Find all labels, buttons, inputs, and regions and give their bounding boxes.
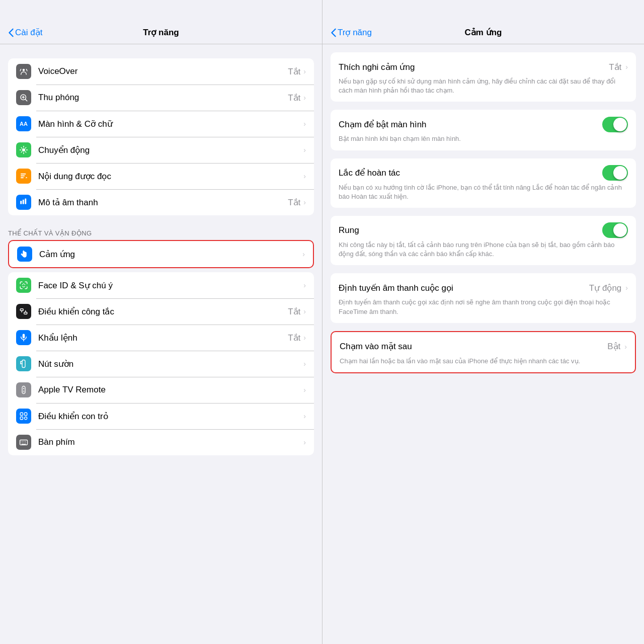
touch-chevron: ›	[302, 250, 305, 258]
spoken-icon	[16, 169, 31, 184]
svg-rect-10	[23, 200, 24, 204]
row-touch[interactable]: Cảm ứng ›	[9, 241, 313, 267]
tapwake-toggle[interactable]	[602, 117, 628, 132]
touch-card-highlighted: Cảm ứng ›	[8, 240, 314, 268]
faceid-icon	[16, 278, 31, 293]
row-tapwake[interactable]: Chạm để bật màn hình Bật màn hình khi bạ…	[331, 110, 636, 150]
row-display[interactable]: AA Màn hình & Cỡ chữ ›	[8, 111, 314, 137]
svg-rect-7	[21, 176, 25, 177]
vibration-desc: Khi công tắc này bị tắt, tất cả cảnh báo…	[339, 240, 628, 259]
right-nav-bar: Trợ năng Cảm ứng	[323, 0, 644, 44]
voiceover-value: Tắt	[288, 66, 300, 77]
svg-rect-11	[25, 199, 26, 204]
row-zoom[interactable]: Thu phóng Tắt ›	[8, 85, 314, 111]
svg-point-0	[23, 69, 25, 71]
pointer-icon	[16, 409, 31, 424]
right-panel: Trợ năng Cảm ứng Thích nghi cảm ứng Tắt …	[322, 0, 644, 644]
row-spoken[interactable]: Nội dung được đọc ›	[8, 163, 314, 189]
row-touchaccom[interactable]: Thích nghi cảm ứng Tắt › Nếu bạn gặp sự …	[331, 52, 636, 102]
left-content: VoiceOver Tắt › Thu phóng Tắt › AA	[0, 44, 322, 644]
audiodesc-value: Tắt	[288, 197, 300, 208]
sidebutton-icon	[16, 356, 31, 371]
vibration-toggle[interactable]	[602, 222, 628, 238]
callaudio-actions: Tự động ›	[589, 283, 628, 293]
row-voicectrl[interactable]: Khẩu lệnh Tắt ›	[8, 325, 314, 351]
audiodesc-chevron: ›	[303, 198, 306, 206]
voicectrl-label: Khẩu lệnh	[38, 333, 288, 343]
motion-chevron: ›	[303, 146, 306, 154]
row-keyboard[interactable]: Bàn phím ›	[8, 429, 314, 455]
row-faceid[interactable]: Face ID & Sự chú ý ›	[8, 272, 314, 298]
vibration-toggle-knob	[613, 223, 627, 237]
display-icon: AA	[16, 116, 31, 131]
motion-icon	[16, 142, 31, 157]
audiodesc-label: Mô tả âm thanh	[38, 197, 288, 208]
row-vibration[interactable]: Rung Khi công tắc này bị tắt, tất cả cản…	[331, 216, 636, 265]
callaudio-card: Định tuyến âm thanh cuộc gọi Tự động › Đ…	[331, 273, 636, 323]
shakeundo-toggle[interactable]	[602, 165, 628, 181]
svg-point-31	[25, 417, 27, 420]
backtouch-title: Chạm vào mặt sau	[340, 341, 412, 352]
voicectrl-value: Tắt	[288, 333, 300, 343]
row-audiodesc[interactable]: Mô tả âm thanh Tắt ›	[8, 189, 314, 215]
svg-rect-30	[20, 417, 23, 420]
left-panel: Cài đặt Trợ năng VoiceOver Tắt ›	[0, 0, 322, 644]
left-group-1: VoiceOver Tắt › Thu phóng Tắt › AA	[0, 58, 322, 215]
voiceover-icon	[16, 64, 31, 79]
vibration-card: Rung Khi công tắc này bị tắt, tất cả cản…	[331, 216, 636, 265]
left-card-1: VoiceOver Tắt › Thu phóng Tắt › AA	[8, 58, 314, 215]
row-motion[interactable]: Chuyển động ›	[8, 137, 314, 163]
display-label: Màn hình & Cỡ chữ	[38, 119, 303, 129]
backtouch-chevron: ›	[624, 343, 627, 351]
callaudio-title: Định tuyến âm thanh cuộc gọi	[339, 283, 453, 293]
svg-point-5	[22, 148, 25, 151]
svg-rect-18	[23, 334, 25, 339]
right-back-button[interactable]: Trợ năng	[331, 27, 372, 38]
row-appletvremote[interactable]: Apple TV Remote ›	[8, 377, 314, 403]
row-callaudio[interactable]: Định tuyến âm thanh cuộc gọi Tự động › Đ…	[331, 273, 636, 323]
voiceover-chevron: ›	[303, 67, 306, 75]
row-shakeundo[interactable]: Lắc để hoàn tác Nếu bạn có xu hướng tình…	[331, 158, 636, 208]
svg-line-2	[25, 99, 27, 101]
svg-rect-27	[23, 391, 25, 392]
tapwake-title: Chạm để bật màn hình	[339, 119, 427, 130]
row-sidebutton[interactable]: Nút sườn ›	[8, 351, 314, 377]
svg-point-25	[23, 388, 24, 389]
svg-rect-6	[21, 174, 26, 175]
keyboard-label: Bàn phím	[38, 437, 303, 447]
touchaccom-actions: Tắt ›	[609, 62, 628, 72]
voicectrl-icon	[16, 330, 31, 345]
svg-point-12	[22, 284, 23, 285]
backtouch-card-highlighted: Chạm vào mặt sau Bật › Chạm hai lần hoặc…	[331, 331, 636, 373]
left-nav-bar: Cài đặt Trợ năng	[0, 0, 322, 44]
left-card-2: Face ID & Sự chú ý › Điều khiển công tắc…	[8, 272, 314, 455]
row-voiceover[interactable]: VoiceOver Tắt ›	[8, 58, 314, 85]
callaudio-value: Tự động	[589, 283, 621, 293]
shakeundo-title: Lắc để hoàn tác	[339, 168, 400, 178]
sidebutton-label: Nút sườn	[38, 359, 303, 369]
right-nav-title: Cảm ứng	[465, 27, 502, 38]
voicectrl-chevron: ›	[303, 334, 306, 342]
right-back-label: Trợ năng	[338, 27, 372, 38]
left-nav-title: Trợ năng	[143, 27, 179, 38]
shakeundo-toggle-knob	[613, 166, 627, 180]
backtouch-actions: Bật ›	[607, 341, 627, 352]
touchaccom-title: Thích nghi cảm ứng	[339, 62, 415, 72]
voiceover-label: VoiceOver	[38, 66, 288, 76]
svg-rect-9	[20, 201, 22, 204]
right-content: Thích nghi cảm ứng Tắt › Nếu bạn gặp sự …	[323, 44, 644, 644]
svg-rect-28	[20, 413, 23, 415]
row-switchcontrol[interactable]: Điều khiển công tắc Tắt ›	[8, 298, 314, 325]
tapwake-toggle-knob	[613, 118, 627, 131]
pointer-chevron: ›	[303, 412, 306, 420]
faceid-chevron: ›	[303, 281, 306, 289]
switchcontrol-chevron: ›	[303, 307, 306, 315]
group2-label: THỂ CHẤT VÀ VẬN ĐỘNG	[0, 229, 322, 240]
zoom-label: Thu phóng	[38, 93, 288, 103]
row-pointer[interactable]: Điều khiển con trỏ ›	[8, 403, 314, 429]
left-back-button[interactable]: Cài đặt	[8, 27, 42, 38]
sidebutton-chevron: ›	[303, 360, 306, 368]
keyboard-icon	[16, 435, 31, 450]
svg-rect-20	[22, 360, 25, 368]
row-backtouch[interactable]: Chạm vào mặt sau Bật › Chạm hai lần hoặc…	[332, 332, 635, 372]
